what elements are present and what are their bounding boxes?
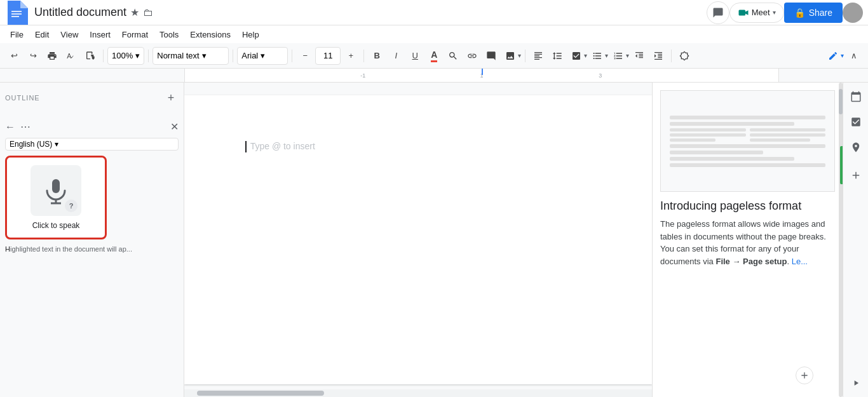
doc-content[interactable]: Type @ to insert <box>245 141 591 152</box>
chat-button[interactable] <box>707 1 729 24</box>
collapse-rail-button[interactable] <box>847 374 865 392</box>
image-arrow[interactable]: ▾ <box>518 52 521 59</box>
font-size-dropdown[interactable]: 11 <box>315 47 341 65</box>
bold-button[interactable]: B <box>368 47 386 65</box>
zoom-dropdown[interactable]: 100% ▾ <box>107 47 144 65</box>
image-button[interactable] <box>501 47 519 65</box>
menu-item-file[interactable]: File <box>5 27 29 42</box>
paragraph-style-arrow: ▾ <box>202 51 207 60</box>
menu-item-extensions[interactable]: Extensions <box>185 27 236 42</box>
paragraph-style-dropdown[interactable]: Normal text ▾ <box>153 47 229 65</box>
menu-item-view[interactable]: View <box>55 27 83 42</box>
widget-menu-button[interactable]: ⋯ <box>20 121 31 133</box>
voice-hint-text: Highlighted text in the document will ap… <box>5 245 179 254</box>
separator-1 <box>103 50 104 62</box>
toolbar: ↩ ↪ A✓ 100% ▾ Normal text ▾ Arial ▾ − 11… <box>0 43 868 69</box>
bullets-arrow[interactable]: ▾ <box>605 52 608 59</box>
menu-item-insert[interactable]: Insert <box>85 27 116 42</box>
font-value: Arial <box>241 51 258 60</box>
menu-item-format[interactable]: Format <box>117 27 153 42</box>
doc-page[interactable]: Type @ to insert <box>184 95 652 384</box>
font-dropdown[interactable]: Arial ▾ <box>237 47 288 65</box>
separator-7 <box>671 50 672 62</box>
print-button[interactable] <box>43 47 61 65</box>
avatar[interactable] <box>843 3 863 23</box>
preview-line <box>670 163 826 167</box>
menu-item-help[interactable]: Help <box>237 27 264 42</box>
lock-icon: 🔒 <box>794 8 805 18</box>
preview-col-line <box>750 128 826 131</box>
undo-button[interactable]: ↩ <box>5 47 23 65</box>
preview-col-line <box>670 133 746 137</box>
maps-icon[interactable] <box>847 138 865 156</box>
meet-button[interactable]: Meet ▾ <box>729 3 784 23</box>
click-to-speak-label: Click to speak <box>32 221 80 230</box>
back-button[interactable]: ← <box>5 121 15 133</box>
star-icon[interactable]: ★ <box>130 6 139 18</box>
italic-button[interactable]: I <box>387 47 405 65</box>
help-button[interactable]: ? <box>65 199 78 212</box>
horizontal-scrollbar[interactable] <box>184 389 652 397</box>
preview-line <box>670 157 795 161</box>
indent-less-button[interactable] <box>630 47 648 65</box>
numbered-arrow[interactable]: ▾ <box>626 52 629 59</box>
font-size-decrease-button[interactable]: − <box>296 47 314 65</box>
link-button[interactable] <box>463 47 481 65</box>
separator-3 <box>233 50 233 62</box>
separator-5 <box>363 50 364 62</box>
separator-4 <box>292 50 292 62</box>
preview-line <box>670 116 826 119</box>
menu-item-edit[interactable]: Edit <box>30 27 54 42</box>
text-color-button[interactable]: A <box>425 47 443 65</box>
edit-pencil-button[interactable] <box>824 47 842 65</box>
separator-2 <box>148 50 149 62</box>
paint-format-button[interactable] <box>81 47 99 65</box>
bullets-button[interactable] <box>588 47 606 65</box>
sidebar-scrollbar[interactable] <box>839 83 843 397</box>
align-button[interactable] <box>529 47 547 65</box>
checklist-arrow[interactable]: ▾ <box>584 52 587 59</box>
font-size-increase-button[interactable]: + <box>342 47 360 65</box>
scrollbar-thumb[interactable] <box>197 391 324 396</box>
outline-add-button[interactable]: + <box>163 90 179 105</box>
language-label: English (US) <box>10 140 52 149</box>
folder-icon[interactable]: 🗀 <box>143 7 153 18</box>
indent-more-button[interactable] <box>649 47 667 65</box>
outline-header: OUTLINE + <box>5 88 179 108</box>
sidebar-body: The pageless format allows wide images a… <box>660 218 835 267</box>
line-spacing-button[interactable] <box>548 47 566 65</box>
meet-chevron: ▾ <box>773 9 776 16</box>
add-addon-button[interactable] <box>847 166 865 184</box>
share-button[interactable]: 🔒 Share <box>784 3 843 23</box>
language-selector[interactable]: English (US) ▾ <box>5 138 179 151</box>
clear-format-button[interactable] <box>675 47 693 65</box>
underline-button[interactable]: U <box>406 47 424 65</box>
text-cursor <box>245 141 247 152</box>
sidebar-preview <box>653 83 843 199</box>
edit-pencil-arrow[interactable]: ▾ <box>841 52 844 59</box>
doc-area[interactable]: Type @ to insert <box>184 83 652 397</box>
spellcheck-button[interactable]: A✓ <box>62 47 80 65</box>
preview-col-line <box>750 138 811 142</box>
checklist-button[interactable] <box>567 47 585 65</box>
menu-item-tools[interactable]: Tools <box>154 27 184 42</box>
widget-close-button[interactable]: ✕ <box>170 121 179 133</box>
redo-button[interactable]: ↪ <box>24 47 42 65</box>
outline-label: OUTLINE <box>5 94 40 102</box>
highlight-button[interactable] <box>444 47 462 65</box>
sidebar-learn-more[interactable]: Le... <box>792 257 808 266</box>
sidebar-scrollbar-thumb[interactable] <box>839 89 843 114</box>
doc-title[interactable]: Untitled document <box>34 6 126 19</box>
sidebar-title: Introducing pageless format <box>660 199 835 213</box>
preview-col-line <box>670 128 746 131</box>
calendar-icon[interactable] <box>847 88 865 105</box>
comment-button[interactable] <box>482 47 500 65</box>
menu-bar: File Edit View Insert Format Tools Exten… <box>0 25 868 43</box>
expand-sidebar-button[interactable] <box>796 367 813 384</box>
green-indicator <box>840 146 843 184</box>
tasks-icon[interactable] <box>847 113 865 131</box>
collapse-toolbar-button[interactable]: ∧ <box>845 47 863 65</box>
voice-widget-header: ← ⋯ ✕ <box>5 121 179 133</box>
mic-button[interactable]: ? <box>31 165 81 216</box>
numbered-button[interactable] <box>609 47 627 65</box>
